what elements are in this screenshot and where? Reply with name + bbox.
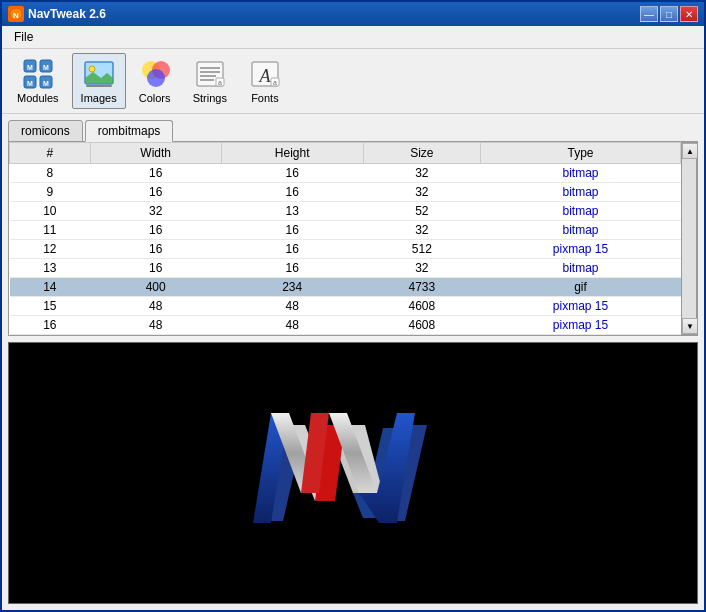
table-row[interactable]: 1648484608pixmap 15 xyxy=(10,316,681,335)
close-button[interactable]: ✕ xyxy=(680,6,698,22)
svg-rect-12 xyxy=(86,85,112,87)
fonts-label: Fonts xyxy=(251,92,279,104)
table-cell: 16 xyxy=(90,240,221,259)
col-header-height: Height xyxy=(221,143,363,164)
table-cell: 8 xyxy=(10,164,91,183)
tab-rombitmaps[interactable]: rombitmaps xyxy=(85,120,174,142)
table-cell: 52 xyxy=(363,202,480,221)
table-cell: 16 xyxy=(90,164,221,183)
table-cell: 16 xyxy=(90,259,221,278)
svg-text:M: M xyxy=(43,80,49,87)
table-cell: 32 xyxy=(363,221,480,240)
col-header-num: # xyxy=(10,143,91,164)
toolbar: M M M M Modules Images xyxy=(2,49,704,114)
table-row[interactable]: 144002344733gif xyxy=(10,278,681,297)
maximize-button[interactable]: □ xyxy=(660,6,678,22)
table-row[interactable]: 13161632bitmap xyxy=(10,259,681,278)
table-panel: # Width Height Size Type 8161632bitmap91… xyxy=(8,141,698,336)
svg-text:a: a xyxy=(273,79,277,86)
tab-romicons[interactable]: romicons xyxy=(8,120,83,142)
table-row[interactable]: 9161632bitmap xyxy=(10,183,681,202)
minimize-button[interactable]: — xyxy=(640,6,658,22)
scroll-up-button[interactable]: ▲ xyxy=(682,143,697,159)
table-cell: 16 xyxy=(221,183,363,202)
table-cell: 14 xyxy=(10,278,91,297)
col-header-type: Type xyxy=(481,143,681,164)
table-row[interactable]: 10321352bitmap xyxy=(10,202,681,221)
scroll-down-button[interactable]: ▼ xyxy=(682,318,697,334)
menu-file[interactable]: File xyxy=(6,28,41,46)
table-cell: 32 xyxy=(363,183,480,202)
svg-text:M: M xyxy=(43,64,49,71)
table-scrollbar[interactable]: ▲ ▼ xyxy=(681,142,697,335)
table-cell: 4733 xyxy=(363,278,480,297)
toolbar-fonts-button[interactable]: A a Fonts xyxy=(240,53,290,109)
title-bar: N NavTweak 2.6 — □ ✕ xyxy=(2,2,704,26)
toolbar-modules-button[interactable]: M M M M Modules xyxy=(8,53,68,109)
svg-text:M: M xyxy=(27,64,33,71)
col-header-width: Width xyxy=(90,143,221,164)
title-buttons: — □ ✕ xyxy=(640,6,698,22)
table-cell: pixmap 15 xyxy=(481,297,681,316)
menu-bar: File xyxy=(2,26,704,49)
table-cell: 32 xyxy=(90,202,221,221)
table-cell: 16 xyxy=(221,240,363,259)
images-label: Images xyxy=(81,92,117,104)
strings-icon: a xyxy=(194,58,226,90)
table-row[interactable]: 121616512pixmap 15 xyxy=(10,240,681,259)
content-area: romicons rombitmaps # Width Height Size … xyxy=(2,114,704,610)
svg-text:M: M xyxy=(27,80,33,87)
table-cell: gif xyxy=(481,278,681,297)
window-title: NavTweak 2.6 xyxy=(28,7,106,21)
modules-label: Modules xyxy=(17,92,59,104)
col-header-size: Size xyxy=(363,143,480,164)
title-bar-left: N NavTweak 2.6 xyxy=(8,6,106,22)
table-cell: 9 xyxy=(10,183,91,202)
table-cell: 11 xyxy=(10,221,91,240)
colors-label: Colors xyxy=(139,92,171,104)
table-cell: 48 xyxy=(221,316,363,335)
images-icon xyxy=(83,58,115,90)
table-cell: 4608 xyxy=(363,316,480,335)
app-icon: N xyxy=(8,6,24,22)
toolbar-images-button[interactable]: Images xyxy=(72,53,126,109)
table-cell: 400 xyxy=(90,278,221,297)
toolbar-colors-button[interactable]: Colors xyxy=(130,53,180,109)
svg-text:A: A xyxy=(258,66,271,86)
table-cell: 4608 xyxy=(363,297,480,316)
table-cell: 15 xyxy=(10,297,91,316)
table-cell: 13 xyxy=(221,202,363,221)
table-cell: 234 xyxy=(221,278,363,297)
table-cell: bitmap xyxy=(481,202,681,221)
scroll-track xyxy=(682,159,696,318)
table-row[interactable]: 11161632bitmap xyxy=(10,221,681,240)
svg-text:N: N xyxy=(13,11,19,20)
table-cell: 48 xyxy=(90,316,221,335)
table-cell: 12 xyxy=(10,240,91,259)
fonts-icon: A a xyxy=(249,58,281,90)
table-row[interactable]: 8161632bitmap xyxy=(10,164,681,183)
colors-icon xyxy=(139,58,171,90)
table-cell: bitmap xyxy=(481,221,681,240)
table-cell: 16 xyxy=(90,183,221,202)
tabs-row: romicons rombitmaps xyxy=(8,120,698,142)
table-scroll-area: # Width Height Size Type 8161632bitmap91… xyxy=(9,142,697,335)
modules-icon: M M M M xyxy=(22,58,54,90)
svg-point-15 xyxy=(147,69,165,87)
table-cell: 16 xyxy=(10,316,91,335)
preview-panel xyxy=(8,342,698,604)
table-cell: bitmap xyxy=(481,259,681,278)
table-cell: 13 xyxy=(10,259,91,278)
table-cell: 32 xyxy=(363,259,480,278)
svg-text:a: a xyxy=(218,79,222,86)
table-cell: 32 xyxy=(363,164,480,183)
toolbar-strings-button[interactable]: a Strings xyxy=(184,53,236,109)
bmw-m-logo xyxy=(163,373,543,573)
table-cell: 16 xyxy=(221,164,363,183)
table-cell: 16 xyxy=(90,221,221,240)
table-cell: 512 xyxy=(363,240,480,259)
strings-label: Strings xyxy=(193,92,227,104)
data-table: # Width Height Size Type 8161632bitmap91… xyxy=(9,142,681,335)
svg-point-11 xyxy=(89,66,95,72)
table-row[interactable]: 1548484608pixmap 15 xyxy=(10,297,681,316)
